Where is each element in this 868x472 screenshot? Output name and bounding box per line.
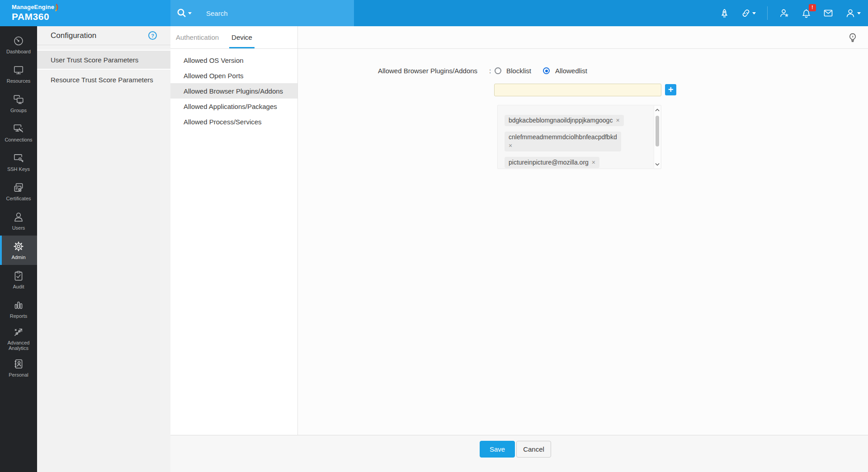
plugin-chip: pictureinpicture@mozilla.org×	[505, 157, 599, 168]
topbar-divider	[767, 6, 768, 20]
whats-new-rocket-icon[interactable]	[719, 8, 730, 19]
topbar-actions: !	[719, 0, 861, 26]
plugin-chip: bdgkacbeblomgnaoildjnppjkamgoogc×	[505, 115, 624, 126]
personal-icon	[13, 358, 24, 370]
quick-links-caret-icon[interactable]	[752, 12, 756, 14]
user-favorites-icon[interactable]	[779, 8, 790, 19]
certificates-icon	[13, 182, 24, 194]
field-label: Allowed Browser Plugins/Addons	[378, 67, 477, 75]
sidebar-item-reports[interactable]: Reports	[0, 294, 37, 324]
sidebar-item-connections[interactable]: Connections	[0, 118, 37, 147]
plugin-id-input[interactable]	[494, 84, 661, 96]
mail-icon[interactable]	[823, 8, 834, 19]
quick-links-icon[interactable]	[741, 8, 756, 18]
brand-product: PAM360	[12, 11, 170, 22]
global-search[interactable]: Search	[170, 0, 354, 26]
sidebar-item-personal[interactable]: Personal	[0, 353, 37, 382]
remove-plugin-icon[interactable]: ×	[616, 117, 619, 124]
menu-item-allowed-applications[interactable]: Allowed Applications/Packages	[170, 99, 297, 114]
cancel-button[interactable]: Cancel	[516, 441, 551, 458]
tips-bulb-icon[interactable]	[847, 32, 858, 43]
tab-row: Authentication Device	[170, 26, 297, 49]
notification-badge[interactable]: !	[809, 4, 816, 11]
allowedlist-radio-label[interactable]: Allowedlist	[555, 67, 587, 75]
sidebar-item-advanced-analytics[interactable]: Advanced Analytics	[0, 324, 37, 353]
main-sidebar: Dashboard Resources Groups Connections	[0, 26, 37, 472]
plugin-list-scrollbar[interactable]	[654, 106, 660, 168]
add-plugin-button[interactable]: +	[665, 84, 676, 95]
dashboard-icon	[13, 35, 24, 47]
sidebar-item-resources[interactable]: Resources	[0, 59, 37, 89]
search-icon[interactable]	[176, 8, 187, 19]
help-icon[interactable]: ?	[148, 31, 157, 40]
device-submenu-panel: Authentication Device Allowed OS Version…	[170, 26, 298, 435]
scroll-up-icon[interactable]	[654, 106, 660, 113]
configuration-panel: Configuration ? User Trust Score Paramet…	[37, 26, 170, 472]
groups-icon	[13, 94, 24, 105]
brand-swoosh-icon	[55, 4, 62, 12]
blocklist-radio[interactable]	[495, 67, 501, 74]
audit-icon	[13, 270, 24, 282]
brand-area: ManageEngine PAM360	[0, 0, 170, 26]
advanced-analytics-icon	[13, 326, 24, 338]
sidebar-item-dashboard[interactable]: Dashboard	[0, 30, 37, 59]
remove-plugin-icon[interactable]: ×	[592, 159, 595, 166]
top-bar: ManageEngine PAM360 Search	[0, 0, 868, 26]
plugin-policy-row: Allowed Browser Plugins/Addons : Blockli…	[298, 67, 868, 76]
save-button[interactable]: Save	[480, 441, 515, 458]
sidebar-item-ssh-keys[interactable]: SSH Keys	[0, 147, 37, 177]
config-item-user-trust-score[interactable]: User Trust Score Parameters	[37, 50, 170, 70]
tab-authentication[interactable]: Authentication	[176, 26, 219, 48]
sidebar-item-audit[interactable]: Audit	[0, 265, 37, 294]
tab-device[interactable]: Device	[231, 26, 252, 48]
sidebar-item-groups[interactable]: Groups	[0, 89, 37, 118]
remove-plugin-icon[interactable]: ×	[509, 142, 617, 150]
scrollbar-thumb[interactable]	[656, 116, 659, 146]
reports-icon	[13, 299, 24, 311]
menu-item-allowed-os-version[interactable]: Allowed OS Version	[170, 52, 297, 68]
action-footer: Save Cancel	[170, 435, 868, 472]
allowedlist-radio[interactable]	[543, 67, 550, 74]
plugin-list-box: bdgkacbeblomgnaoildjnppjkamgoogc× cnlefm…	[497, 105, 661, 169]
menu-item-allowed-process-services[interactable]: Allowed Process/Services	[170, 114, 297, 129]
brand-company: ManageEngine	[12, 4, 54, 10]
menu-item-allowed-open-ports[interactable]: Allowed Open Ports	[170, 68, 297, 83]
menu-item-allowed-browser-plugins[interactable]: Allowed Browser Plugins/Addons	[170, 83, 297, 99]
search-scope-caret-icon[interactable]	[188, 12, 192, 14]
users-icon	[13, 211, 24, 223]
connections-icon	[13, 123, 24, 135]
sidebar-item-users[interactable]: Users	[0, 206, 37, 236]
resources-icon	[13, 64, 24, 76]
profile-caret-icon[interactable]	[857, 12, 861, 14]
sidebar-item-admin[interactable]: Admin	[0, 236, 37, 265]
profile-menu-icon[interactable]	[845, 8, 861, 19]
ssh-keys-icon	[13, 152, 24, 164]
admin-gear-icon	[13, 241, 24, 252]
sidebar-item-certificates[interactable]: Certificates	[0, 177, 37, 206]
config-item-resource-trust-score[interactable]: Resource Trust Score Parameters	[37, 70, 170, 90]
configuration-title: Configuration	[51, 31, 96, 40]
notifications-bell-icon[interactable]: !	[801, 8, 811, 19]
plugin-chip: cnlefmmeadmemmdciolhbnfeacpdfbkd×	[505, 132, 621, 151]
field-colon: :	[489, 67, 491, 75]
search-placeholder[interactable]: Search	[206, 9, 228, 17]
main-content: Allowed Browser Plugins/Addons : Blockli…	[298, 26, 868, 435]
blocklist-radio-label[interactable]: Blocklist	[506, 67, 531, 75]
scroll-down-icon[interactable]	[654, 160, 660, 168]
